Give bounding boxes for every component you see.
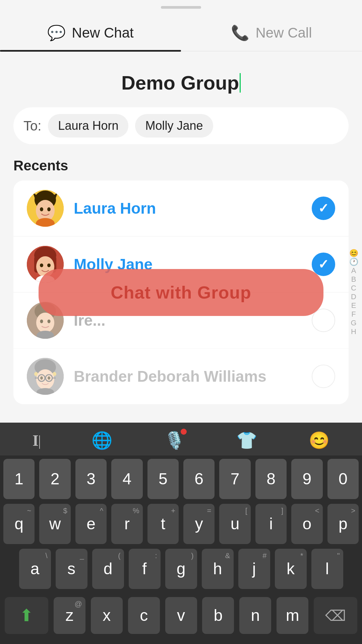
alpha-clock[interactable]: 🕐 — [349, 258, 359, 266]
key-z[interactable]: @z — [54, 597, 85, 634]
to-section: To: Laura Horn Molly Jane — [13, 107, 349, 144]
alpha-C[interactable]: C — [349, 284, 359, 292]
tab-new-chat[interactable]: 💬 New Chat — [0, 12, 181, 51]
alpha-F[interactable]: F — [349, 311, 359, 318]
delete-key[interactable]: ⌫ — [314, 597, 357, 634]
svg-point-14 — [47, 264, 51, 267]
key-g[interactable]: )g — [165, 549, 197, 589]
svg-point-31 — [40, 376, 43, 380]
key-m[interactable]: m — [277, 597, 308, 634]
key-0[interactable]: 0 — [327, 459, 359, 499]
key-4[interactable]: 4 — [111, 459, 142, 499]
key-s[interactable]: _s — [56, 549, 87, 589]
svg-point-20 — [48, 320, 51, 323]
key-v[interactable]: v — [165, 597, 197, 634]
tab-new-chat-label: New Chat — [72, 25, 133, 41]
alpha-D[interactable]: D — [349, 293, 359, 301]
key-u[interactable]: [u — [219, 504, 250, 544]
key-c[interactable]: c — [128, 597, 160, 634]
keyboard-bottom-row: ⬆ @z x c v b n m ⌫ — [0, 594, 362, 644]
text-cursor-icon[interactable]: I — [33, 432, 40, 449]
svg-point-13 — [40, 264, 43, 267]
keyboard-rows: 1 2 3 4 5 6 7 8 9 0 ~q $w ^e %r +t =y [u… — [0, 455, 362, 589]
key-h[interactable]: &h — [202, 549, 234, 589]
key-x[interactable]: x — [91, 597, 123, 634]
alpha-E[interactable]: E — [349, 302, 359, 309]
group-name-text[interactable]: Demo Group — [121, 71, 239, 94]
alpha-A[interactable]: A — [349, 267, 359, 274]
chat-group-overlay[interactable]: Chat with Group — [39, 269, 323, 316]
contacts-section: Laura Horn — [0, 180, 362, 404]
avatar-brander — [27, 358, 64, 395]
keyboard-toolbar: I 🌐 🎙️ 👕 😊 — [0, 423, 362, 455]
keyboard-row-numbers: 1 2 3 4 5 6 7 8 9 0 — [3, 459, 359, 499]
key-p[interactable]: >p — [327, 504, 359, 544]
alpha-emoji[interactable]: 😊 — [349, 250, 359, 257]
key-e[interactable]: ^e — [75, 504, 107, 544]
keyboard-row-asdf: \a _s (d :f )g &h #j *k "l — [3, 549, 359, 589]
keyboard: I 🌐 🎙️ 👕 😊 1 2 3 4 5 6 7 8 9 0 ~q $w ^e … — [0, 423, 362, 644]
phone-icon: 📞 — [231, 24, 249, 42]
recipient-chip-laura[interactable]: Laura Horn — [48, 114, 128, 138]
keyboard-row-qwerty: ~q $w ^e %r +t =y [u ]i <o >p — [3, 504, 359, 544]
key-6[interactable]: 6 — [183, 459, 215, 499]
shirt-icon[interactable]: 👕 — [236, 431, 257, 450]
tab-new-call[interactable]: 📞 New Call — [181, 12, 362, 51]
globe-icon[interactable]: 🌐 — [92, 431, 112, 450]
recents-label: Recents — [13, 158, 349, 174]
key-d[interactable]: (d — [92, 549, 124, 589]
contact-row-brander[interactable]: Brander Deborah Williams — [13, 348, 349, 404]
svg-point-18 — [36, 313, 54, 333]
contact-name-laura: Laura Horn — [74, 199, 312, 217]
emoji-keyboard-icon[interactable]: 😊 — [309, 431, 329, 450]
chat-icon: 💬 — [47, 24, 66, 42]
alpha-B[interactable]: B — [349, 276, 359, 283]
svg-point-19 — [40, 320, 43, 323]
alpha-G[interactable]: G — [349, 319, 359, 327]
check-circle-ire[interactable] — [312, 309, 335, 332]
avatar-laura — [27, 190, 64, 227]
to-label: To: — [23, 118, 41, 133]
check-circle-laura[interactable] — [312, 197, 335, 220]
key-r[interactable]: %r — [111, 504, 142, 544]
contacts-card: Laura Horn — [13, 180, 349, 404]
alpha-H[interactable]: H — [349, 328, 359, 335]
drag-handle — [161, 6, 201, 9]
key-j[interactable]: #j — [238, 549, 270, 589]
mic-recording-indicator — [181, 429, 187, 435]
key-w[interactable]: $w — [39, 504, 70, 544]
tab-bar: 💬 New Chat 📞 New Call — [0, 12, 362, 51]
key-8[interactable]: 8 — [255, 459, 287, 499]
key-k[interactable]: *k — [275, 549, 307, 589]
check-circle-brander[interactable] — [312, 365, 335, 388]
key-3[interactable]: 3 — [75, 459, 107, 499]
key-a[interactable]: \a — [19, 549, 51, 589]
key-y[interactable]: =y — [183, 504, 215, 544]
key-7[interactable]: 7 — [219, 459, 250, 499]
chat-group-button-label: Chat with Group — [65, 282, 297, 303]
cursor — [240, 73, 241, 93]
key-1[interactable]: 1 — [3, 459, 35, 499]
key-n[interactable]: n — [239, 597, 271, 634]
tab-new-call-label: New Call — [255, 25, 312, 41]
group-name-section: Demo Group — [0, 51, 362, 107]
alpha-index: 😊 🕐 A B C D E F G H — [349, 250, 359, 335]
key-i[interactable]: ]i — [255, 504, 287, 544]
svg-point-5 — [40, 207, 43, 211]
svg-point-6 — [47, 207, 51, 211]
contact-row-laura[interactable]: Laura Horn — [13, 180, 349, 236]
mic-icon[interactable]: 🎙️ — [164, 431, 185, 450]
recipient-chip-molly[interactable]: Molly Jane — [135, 114, 213, 138]
contact-name-brander: Brander Deborah Williams — [74, 367, 312, 385]
key-l[interactable]: "l — [311, 549, 343, 589]
key-f[interactable]: :f — [129, 549, 161, 589]
key-t[interactable]: +t — [147, 504, 179, 544]
key-q[interactable]: ~q — [3, 504, 35, 544]
key-b[interactable]: b — [202, 597, 234, 634]
shift-key[interactable]: ⬆ — [5, 597, 48, 634]
key-o[interactable]: <o — [291, 504, 322, 544]
key-2[interactable]: 2 — [39, 459, 70, 499]
key-5[interactable]: 5 — [147, 459, 179, 499]
svg-point-32 — [48, 376, 50, 380]
key-9[interactable]: 9 — [291, 459, 322, 499]
